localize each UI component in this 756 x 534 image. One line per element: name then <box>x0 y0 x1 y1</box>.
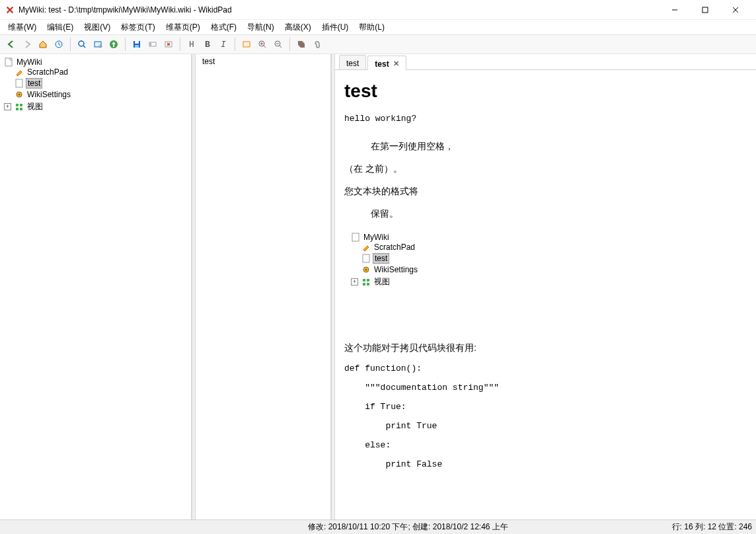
svg-line-4 <box>83 46 85 48</box>
tree-views-label: 视图 <box>373 276 391 287</box>
tree-item-test[interactable]: test <box>361 253 747 264</box>
preview-button[interactable] <box>91 37 105 52</box>
workspace: MyWiki ScratchPad test WikiSettings <box>0 54 756 519</box>
tree-root[interactable]: MyWiki <box>4 57 188 67</box>
tree-root[interactable]: MyWiki <box>351 233 747 242</box>
tab-test-1[interactable]: test <box>339 55 366 69</box>
list-panel: test <box>196 54 331 519</box>
page-icon <box>4 57 13 67</box>
svg-point-3 <box>79 41 84 46</box>
separator <box>180 38 180 51</box>
tree-item-label: test <box>26 78 42 89</box>
list-item[interactable]: test <box>196 54 330 69</box>
expand-icon[interactable]: + <box>4 103 11 110</box>
menu-advanced[interactable]: 高级(X) <box>280 20 317 34</box>
menu-format[interactable]: 格式(F) <box>206 20 242 34</box>
menu-edit[interactable]: 编辑(E) <box>42 20 79 34</box>
code-line: if True: <box>344 402 747 412</box>
italic-button[interactable]: I <box>216 37 231 52</box>
forward-button[interactable] <box>20 37 34 52</box>
svg-rect-5 <box>94 42 101 47</box>
svg-rect-28 <box>16 108 19 110</box>
tag-button[interactable] <box>294 37 309 52</box>
tree-item-label: WikiSettings <box>26 90 72 99</box>
svg-rect-27 <box>20 104 22 106</box>
svg-line-18 <box>264 46 266 48</box>
svg-rect-31 <box>363 254 369 262</box>
code-line: print False <box>344 459 747 469</box>
close-button[interactable] <box>720 1 751 19</box>
tab-label: test <box>375 59 389 69</box>
menu-view[interactable]: 视图(V) <box>79 20 116 34</box>
heading-button[interactable]: H <box>184 37 199 52</box>
svg-rect-26 <box>16 104 19 106</box>
close-icon[interactable]: ✕ <box>393 59 399 68</box>
back-button[interactable] <box>4 37 19 52</box>
menu-navigate[interactable]: 导航(N) <box>242 20 280 34</box>
svg-rect-10 <box>135 45 139 48</box>
minimize-button[interactable] <box>660 1 690 19</box>
svg-rect-35 <box>367 279 369 282</box>
menu-tabs[interactable]: 标签页(T) <box>116 20 160 34</box>
gear-icon <box>15 90 24 99</box>
attach-button[interactable] <box>310 37 324 52</box>
doc-heading: test <box>344 81 747 102</box>
separator <box>289 38 290 51</box>
bold-button[interactable]: B <box>200 37 215 52</box>
tree-views[interactable]: + 视图 <box>4 101 188 112</box>
svg-point-33 <box>365 269 367 271</box>
menu-help[interactable]: 帮助(L) <box>354 20 390 34</box>
menu-wiki[interactable]: 维基(W) <box>3 20 42 34</box>
save-button[interactable] <box>130 37 144 52</box>
svg-rect-9 <box>135 41 139 44</box>
search-button[interactable] <box>75 37 89 52</box>
menu-wikipage[interactable]: 维基页(P) <box>161 20 206 34</box>
separator <box>235 38 235 51</box>
expand-icon[interactable]: + <box>351 278 358 286</box>
tree-item-label: test <box>373 253 389 264</box>
maximize-button[interactable] <box>690 1 720 19</box>
up-button[interactable] <box>106 37 121 52</box>
tree-item-scratchpad[interactable]: ScratchPad <box>361 243 747 252</box>
content-panel: test test ✕ test hello working? 在第一列使用空格… <box>335 54 756 519</box>
menu-plugins[interactable]: 插件(U) <box>317 20 354 34</box>
svg-rect-37 <box>367 283 369 286</box>
home-button[interactable] <box>36 37 50 52</box>
tab-label: test <box>346 59 359 68</box>
doc-text: 保留。 <box>344 208 747 220</box>
document-view[interactable]: test hello working? 在第一列使用空格， （在 之前）。 您文… <box>335 70 756 519</box>
tree-item-test[interactable]: test <box>15 78 188 89</box>
svg-point-25 <box>19 94 20 96</box>
menubar: 维基(W) 编辑(E) 视图(V) 标签页(T) 维基页(P) 格式(F) 导航… <box>0 20 756 34</box>
status-position: 行: 16 列: 12 位置: 246 <box>672 521 752 533</box>
zoom-out-button[interactable] <box>271 37 285 52</box>
tab-test-2[interactable]: test ✕ <box>367 56 406 70</box>
page-icon <box>351 233 360 242</box>
tree-item-label: WikiSettings <box>373 265 419 274</box>
tree-views-label: 视图 <box>26 101 44 112</box>
window-title: MyWiki: test - D:\tmp\tmpwiki\MyWiki\MyW… <box>19 5 660 15</box>
separator <box>125 38 126 51</box>
gear-icon <box>361 265 371 274</box>
svg-line-21 <box>280 46 282 48</box>
pencil-icon <box>361 243 371 252</box>
tree-item-wikisettings[interactable]: WikiSettings <box>15 90 188 99</box>
tree-item-wikisettings[interactable]: WikiSettings <box>361 265 747 274</box>
code-line: else: <box>344 440 747 450</box>
tree-root-label: MyWiki <box>362 233 391 242</box>
tree-views[interactable]: + 视图 <box>351 276 747 287</box>
history-button[interactable] <box>52 37 66 52</box>
rename-button[interactable] <box>145 37 160 52</box>
doc-text: （在 之前）。 <box>344 163 747 175</box>
svg-rect-29 <box>20 108 22 110</box>
tree-panel: MyWiki ScratchPad test WikiSettings <box>0 54 192 519</box>
svg-rect-30 <box>352 233 359 241</box>
app-icon <box>5 5 15 15</box>
separator <box>70 38 71 51</box>
delete-button[interactable] <box>161 37 176 52</box>
tree-item-scratchpad[interactable]: ScratchPad <box>15 67 188 77</box>
status-modified: 修改: 2018/10/11 10:20 下午; 创建: 2018/10/2 1… <box>308 521 672 533</box>
code-line: def function(): <box>344 363 747 373</box>
link-button[interactable] <box>239 37 254 52</box>
zoom-in-button[interactable] <box>255 37 270 52</box>
